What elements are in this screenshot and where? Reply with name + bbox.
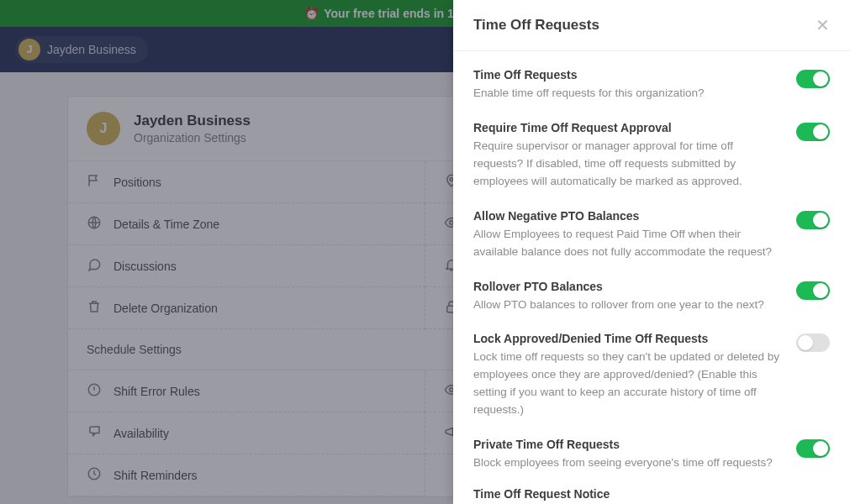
toggle-switch[interactable] [796,211,830,229]
setting-row: Allow Negative PTO BalancesAllow Employe… [473,197,830,268]
setting-row: Private Time Off RequestsBlock employees… [473,426,830,479]
toggle-switch[interactable] [796,281,830,300]
setting-desc: Enable time off requests for this organi… [473,85,783,102]
setting-row: Require Time Off Request ApprovalRequire… [473,109,830,197]
setting-desc: Allow PTO balances to rollover from one … [473,297,783,314]
setting-row: Lock Approved/Denied Time Off RequestsLo… [473,320,830,426]
notice-title: Time Off Request Notice [473,487,830,501]
close-icon[interactable]: ✕ [816,15,830,35]
toggle-switch[interactable] [796,123,830,141]
setting-desc: Allow Employees to request Paid Time Off… [473,226,783,261]
setting-desc: Lock time off requests so they can't be … [473,349,783,419]
time-off-panel: Time Off Requests ✕ Time Off RequestsEna… [453,0,850,504]
setting-row: Time Off RequestsEnable time off request… [473,56,830,109]
toggle-switch[interactable] [796,439,830,458]
setting-row: Rollover PTO BalancesAllow PTO balances … [473,268,830,321]
setting-title: Time Off Requests [473,68,783,81]
setting-title: Allow Negative PTO Balances [473,209,783,223]
toggle-switch[interactable] [796,333,830,352]
setting-title: Lock Approved/Denied Time Off Requests [473,332,783,345]
panel-title: Time Off Requests [473,17,599,34]
setting-title: Rollover PTO Balances [473,280,783,293]
setting-desc: Require supervisor or manager approval f… [473,138,783,191]
setting-desc: Block employees from seeing everyone's t… [473,454,783,472]
toggle-switch[interactable] [796,70,830,88]
setting-title: Private Time Off Requests [473,438,783,451]
setting-title: Require Time Off Request Approval [473,121,783,134]
